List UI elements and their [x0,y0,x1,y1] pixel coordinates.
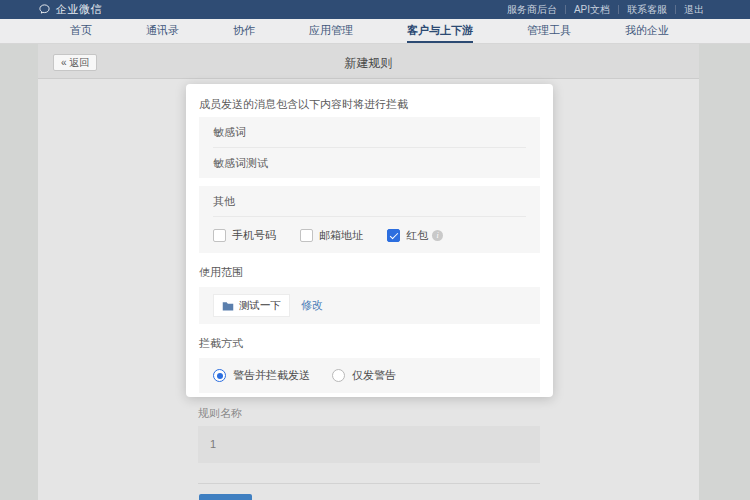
tab-collaboration[interactable]: 协作 [233,19,255,43]
topbar-link-provider[interactable]: 服务商后台 [499,3,565,17]
submit-button[interactable] [199,494,252,500]
info-icon: i [432,230,443,241]
topbar: 企业微信 服务商后台 API文档 联系客服 退出 [0,0,750,19]
other-box: 其他 手机号码 邮箱地址 红包 i [199,186,540,253]
radio-label: 警告并拦截发送 [233,368,310,383]
checkbox-phone-number[interactable]: 手机号码 [213,228,276,243]
radio-warn-and-block[interactable]: 警告并拦截发送 [213,368,310,383]
rule-name-label: 规则名称 [198,406,242,421]
page-body: « 返回 新建规则 规则名称 1 成员发送的消息包含以下内容时将进行拦截 敏感词… [0,44,750,500]
scope-chip: 测试一下 [213,294,290,317]
page-titlebar: « 返回 新建规则 [38,44,699,79]
scope-label: 使用范围 [199,265,540,280]
screen: 企业微信 服务商后台 API文档 联系客服 退出 首页 通讯录 协作 应用管理 … [0,0,750,500]
intercept-mode-label: 拦截方式 [199,336,540,351]
new-rule-dialog: 成员发送的消息包含以下内容时将进行拦截 敏感词 敏感词测试 其他 手机号码 邮箱… [186,84,553,397]
checkbox-email-address[interactable]: 邮箱地址 [300,228,363,243]
sensitive-words-item[interactable]: 敏感词测试 [213,147,526,178]
checkbox-label: 邮箱地址 [319,228,363,243]
scope-box: 测试一下 修改 [199,287,540,324]
rule-name-input[interactable]: 1 [198,426,540,463]
sensitive-words-box: 敏感词 敏感词测试 [199,117,540,178]
topbar-link-logout[interactable]: 退出 [676,3,712,17]
wechat-work-logo-icon [38,3,51,16]
radio-icon[interactable] [332,369,345,382]
tab-contacts[interactable]: 通讯录 [146,19,179,43]
other-checkbox-row: 手机号码 邮箱地址 红包 i [213,216,526,253]
scope-chip-label: 测试一下 [239,299,281,313]
main-nav: 首页 通讯录 协作 应用管理 客户与上下游 管理工具 我的企业 [0,19,750,44]
checkbox-label: 红包 [406,228,428,243]
intercept-intro-label: 成员发送的消息包含以下内容时将进行拦截 [199,97,540,111]
topbar-link-contact-support[interactable]: 联系客服 [619,3,675,17]
checkbox-icon[interactable] [213,229,226,242]
tab-app-management[interactable]: 应用管理 [309,19,353,43]
intercept-mode-box: 警告并拦截发送 仅发警告 [199,358,540,393]
topbar-links: 服务商后台 API文档 联系客服 退出 [499,3,712,17]
topbar-link-api-docs[interactable]: API文档 [566,3,618,17]
checkbox-checked-icon[interactable] [387,229,400,242]
scope-edit-link[interactable]: 修改 [301,298,323,313]
other-header: 其他 [213,186,526,216]
radio-warn-only[interactable]: 仅发警告 [332,368,396,383]
checkbox-icon[interactable] [300,229,313,242]
brand: 企业微信 [38,2,102,17]
divider [198,483,540,484]
tab-management-tools[interactable]: 管理工具 [527,19,571,43]
brand-name: 企业微信 [56,2,102,17]
intercept-mode-radio-row: 警告并拦截发送 仅发警告 [213,358,526,393]
tab-my-company[interactable]: 我的企业 [625,19,669,43]
tab-home[interactable]: 首页 [70,19,92,43]
tab-customers-upstream-downstream[interactable]: 客户与上下游 [407,19,473,43]
radio-selected-icon[interactable] [213,369,226,382]
checkbox-red-packet[interactable]: 红包 i [387,228,443,243]
checkbox-label: 手机号码 [232,228,276,243]
radio-label: 仅发警告 [352,368,396,383]
sensitive-words-header: 敏感词 [213,117,526,147]
folder-icon [222,301,234,311]
page-title: 新建规则 [38,55,699,72]
